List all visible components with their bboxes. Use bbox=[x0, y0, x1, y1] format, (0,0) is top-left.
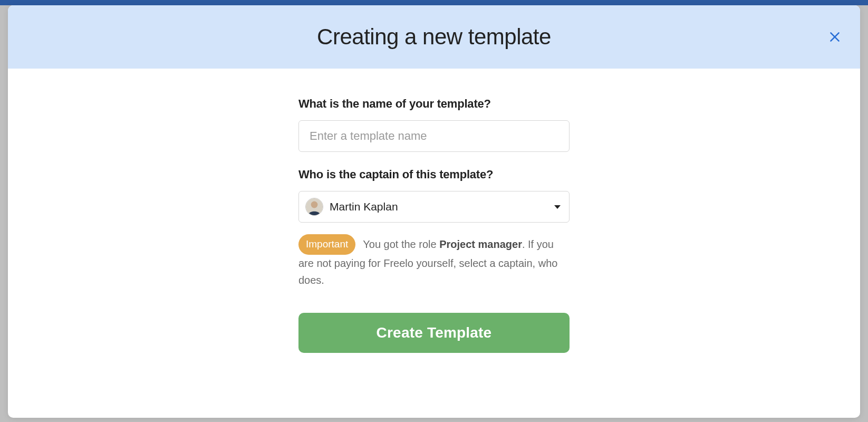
template-name-field: What is the name of your template? bbox=[298, 97, 570, 152]
captain-field: Who is the captain of this template? Mar… bbox=[298, 168, 570, 223]
close-icon bbox=[828, 30, 842, 44]
important-badge: Important bbox=[298, 234, 355, 255]
avatar-icon bbox=[306, 198, 323, 215]
template-name-label: What is the name of your template? bbox=[298, 97, 570, 111]
close-button[interactable] bbox=[824, 26, 845, 47]
svg-point-3 bbox=[311, 202, 318, 208]
chevron-down-icon bbox=[554, 205, 561, 209]
create-template-button[interactable]: Create Template bbox=[298, 313, 570, 353]
captain-label: Who is the captain of this template? bbox=[298, 168, 570, 181]
captain-selected-value: Martin Kaplan bbox=[330, 200, 554, 213]
modal-title: Creating a new template bbox=[317, 24, 551, 50]
create-template-modal: Creating a new template What is the name… bbox=[8, 5, 860, 418]
template-name-input[interactable] bbox=[298, 120, 570, 152]
avatar bbox=[305, 198, 323, 216]
note-role: Project manager bbox=[439, 238, 522, 250]
modal-header: Creating a new template bbox=[8, 5, 860, 69]
captain-select[interactable]: Martin Kaplan bbox=[298, 191, 570, 223]
create-template-form: What is the name of your template? Who i… bbox=[298, 97, 570, 418]
background-topbar bbox=[0, 0, 868, 5]
note-text-prefix: You got the role bbox=[363, 238, 439, 250]
captain-note: ImportantYou got the role Project manage… bbox=[298, 234, 570, 289]
modal-body: What is the name of your template? Who i… bbox=[8, 69, 860, 418]
